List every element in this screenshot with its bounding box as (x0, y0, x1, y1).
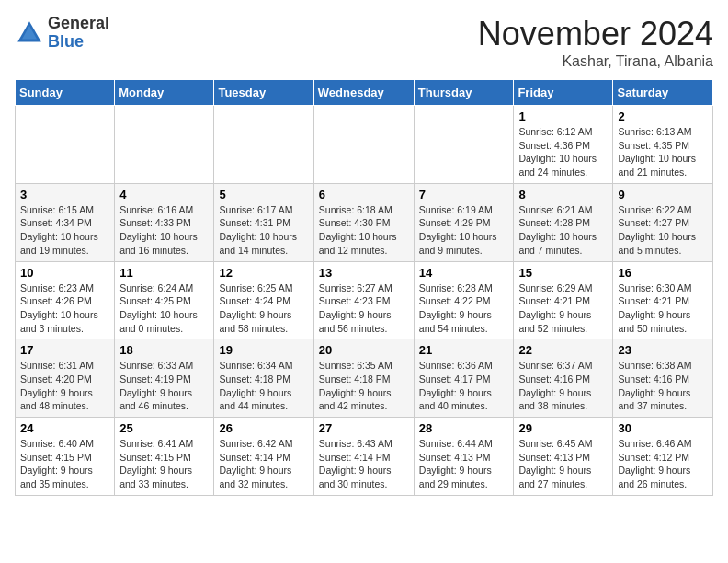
day-info: Sunrise: 6:40 AM Sunset: 4:15 PM Dayligh… (20, 437, 109, 491)
day-number: 11 (119, 266, 209, 280)
day-info: Sunrise: 6:13 AM Sunset: 4:35 PM Dayligh… (618, 125, 708, 179)
day-info: Sunrise: 6:21 AM Sunset: 4:28 PM Dayligh… (518, 203, 608, 258)
month-title: November 2024 (478, 15, 713, 53)
calendar-cell: 17Sunrise: 6:31 AM Sunset: 4:20 PM Dayli… (16, 339, 115, 418)
day-info: Sunrise: 6:46 AM Sunset: 4:12 PM Dayligh… (618, 437, 708, 491)
day-number: 21 (419, 343, 509, 357)
day-number: 7 (419, 188, 509, 201)
day-info: Sunrise: 6:15 AM Sunset: 4:34 PM Dayligh… (20, 203, 109, 258)
day-info: Sunrise: 6:45 AM Sunset: 4:13 PM Dayligh… (518, 437, 608, 491)
calendar-cell (115, 106, 214, 184)
weekday-header-sunday: Sunday (16, 80, 115, 106)
day-info: Sunrise: 6:38 AM Sunset: 4:16 PM Dayligh… (618, 359, 708, 413)
day-info: Sunrise: 6:12 AM Sunset: 4:36 PM Dayligh… (518, 125, 608, 179)
logo-text: General Blue (48, 15, 109, 52)
day-number: 23 (618, 343, 708, 357)
day-info: Sunrise: 6:29 AM Sunset: 4:21 PM Dayligh… (518, 282, 608, 336)
calendar-cell: 7Sunrise: 6:19 AM Sunset: 4:29 PM Daylig… (414, 183, 514, 261)
day-info: Sunrise: 6:33 AM Sunset: 4:19 PM Dayligh… (119, 359, 209, 413)
day-number: 19 (219, 343, 308, 357)
day-number: 1 (518, 109, 608, 123)
calendar-cell: 23Sunrise: 6:38 AM Sunset: 4:16 PM Dayli… (613, 339, 713, 418)
day-info: Sunrise: 6:24 AM Sunset: 4:25 PM Dayligh… (119, 282, 209, 336)
day-info: Sunrise: 6:35 AM Sunset: 4:18 PM Dayligh… (319, 359, 409, 413)
day-number: 10 (20, 266, 109, 280)
weekday-header-row: SundayMondayTuesdayWednesdayThursdayFrid… (16, 80, 713, 106)
day-number: 22 (518, 343, 608, 357)
weekday-header-friday: Friday (514, 80, 613, 106)
day-info: Sunrise: 6:28 AM Sunset: 4:22 PM Dayligh… (419, 282, 509, 336)
day-number: 26 (219, 421, 308, 435)
logo-blue: Blue (48, 33, 109, 52)
day-info: Sunrise: 6:34 AM Sunset: 4:18 PM Dayligh… (219, 359, 308, 413)
day-info: Sunrise: 6:19 AM Sunset: 4:29 PM Dayligh… (419, 203, 509, 258)
day-info: Sunrise: 6:23 AM Sunset: 4:26 PM Dayligh… (20, 282, 109, 336)
day-number: 8 (518, 188, 608, 201)
calendar-cell: 24Sunrise: 6:40 AM Sunset: 4:15 PM Dayli… (16, 418, 115, 496)
calendar-cell: 1Sunrise: 6:12 AM Sunset: 4:36 PM Daylig… (514, 106, 613, 184)
calendar-cell: 18Sunrise: 6:33 AM Sunset: 4:19 PM Dayli… (115, 339, 214, 418)
calendar-week-row: 24Sunrise: 6:40 AM Sunset: 4:15 PM Dayli… (16, 418, 713, 496)
day-number: 5 (219, 188, 308, 201)
calendar-week-row: 17Sunrise: 6:31 AM Sunset: 4:20 PM Dayli… (16, 339, 713, 418)
day-number: 6 (319, 188, 409, 201)
day-info: Sunrise: 6:27 AM Sunset: 4:23 PM Dayligh… (319, 282, 409, 336)
calendar-body: 1Sunrise: 6:12 AM Sunset: 4:36 PM Daylig… (16, 106, 713, 496)
calendar-cell: 14Sunrise: 6:28 AM Sunset: 4:22 PM Dayli… (414, 261, 514, 339)
logo: General Blue (15, 15, 109, 52)
day-info: Sunrise: 6:16 AM Sunset: 4:33 PM Dayligh… (119, 203, 209, 258)
calendar-cell: 10Sunrise: 6:23 AM Sunset: 4:26 PM Dayli… (16, 261, 115, 339)
day-number: 29 (518, 421, 608, 435)
weekday-header-saturday: Saturday (613, 80, 713, 106)
day-info: Sunrise: 6:42 AM Sunset: 4:14 PM Dayligh… (219, 437, 308, 491)
calendar-cell: 30Sunrise: 6:46 AM Sunset: 4:12 PM Dayli… (613, 418, 713, 496)
calendar-header: SundayMondayTuesdayWednesdayThursdayFrid… (16, 80, 713, 106)
calendar-cell: 27Sunrise: 6:43 AM Sunset: 4:14 PM Dayli… (313, 418, 414, 496)
day-number: 12 (219, 266, 308, 280)
page-header: General Blue November 2024 Kashar, Tiran… (15, 15, 713, 70)
weekday-header-tuesday: Tuesday (214, 80, 313, 106)
calendar-cell (214, 106, 313, 184)
day-info: Sunrise: 6:17 AM Sunset: 4:31 PM Dayligh… (219, 203, 308, 258)
day-info: Sunrise: 6:25 AM Sunset: 4:24 PM Dayligh… (219, 282, 308, 336)
day-number: 27 (319, 421, 409, 435)
day-info: Sunrise: 6:18 AM Sunset: 4:30 PM Dayligh… (319, 203, 409, 258)
calendar-cell: 29Sunrise: 6:45 AM Sunset: 4:13 PM Dayli… (514, 418, 613, 496)
logo-general: General (48, 15, 109, 33)
calendar-cell: 28Sunrise: 6:44 AM Sunset: 4:13 PM Dayli… (414, 418, 514, 496)
calendar-table: SundayMondayTuesdayWednesdayThursdayFrid… (15, 79, 713, 496)
calendar-cell (16, 106, 115, 184)
calendar-cell: 16Sunrise: 6:30 AM Sunset: 4:21 PM Dayli… (613, 261, 713, 339)
calendar-cell: 21Sunrise: 6:36 AM Sunset: 4:17 PM Dayli… (414, 339, 514, 418)
day-info: Sunrise: 6:37 AM Sunset: 4:16 PM Dayligh… (518, 359, 608, 413)
day-info: Sunrise: 6:44 AM Sunset: 4:13 PM Dayligh… (419, 437, 509, 491)
calendar-cell: 26Sunrise: 6:42 AM Sunset: 4:14 PM Dayli… (214, 418, 313, 496)
day-info: Sunrise: 6:41 AM Sunset: 4:15 PM Dayligh… (119, 437, 209, 491)
day-number: 18 (119, 343, 209, 357)
day-number: 25 (119, 421, 209, 435)
day-number: 4 (119, 188, 209, 201)
logo-icon (15, 18, 44, 48)
day-number: 15 (518, 266, 608, 280)
day-info: Sunrise: 6:31 AM Sunset: 4:20 PM Dayligh… (20, 359, 109, 413)
day-number: 2 (618, 109, 708, 123)
calendar-cell: 4Sunrise: 6:16 AM Sunset: 4:33 PM Daylig… (115, 183, 214, 261)
day-info: Sunrise: 6:36 AM Sunset: 4:17 PM Dayligh… (419, 359, 509, 413)
weekday-header-monday: Monday (115, 80, 214, 106)
day-number: 13 (319, 266, 409, 280)
day-info: Sunrise: 6:30 AM Sunset: 4:21 PM Dayligh… (618, 282, 708, 336)
calendar-cell: 25Sunrise: 6:41 AM Sunset: 4:15 PM Dayli… (115, 418, 214, 496)
calendar-cell: 6Sunrise: 6:18 AM Sunset: 4:30 PM Daylig… (313, 183, 414, 261)
calendar-cell: 22Sunrise: 6:37 AM Sunset: 4:16 PM Dayli… (514, 339, 613, 418)
day-info: Sunrise: 6:43 AM Sunset: 4:14 PM Dayligh… (319, 437, 409, 491)
title-block: November 2024 Kashar, Tirana, Albania (478, 15, 713, 70)
calendar-cell: 12Sunrise: 6:25 AM Sunset: 4:24 PM Dayli… (214, 261, 313, 339)
calendar-cell: 13Sunrise: 6:27 AM Sunset: 4:23 PM Dayli… (313, 261, 414, 339)
location: Kashar, Tirana, Albania (478, 53, 713, 70)
calendar-cell: 5Sunrise: 6:17 AM Sunset: 4:31 PM Daylig… (214, 183, 313, 261)
day-number: 20 (319, 343, 409, 357)
day-number: 3 (20, 188, 109, 201)
calendar-cell: 15Sunrise: 6:29 AM Sunset: 4:21 PM Dayli… (514, 261, 613, 339)
day-number: 30 (618, 421, 708, 435)
day-number: 17 (20, 343, 109, 357)
